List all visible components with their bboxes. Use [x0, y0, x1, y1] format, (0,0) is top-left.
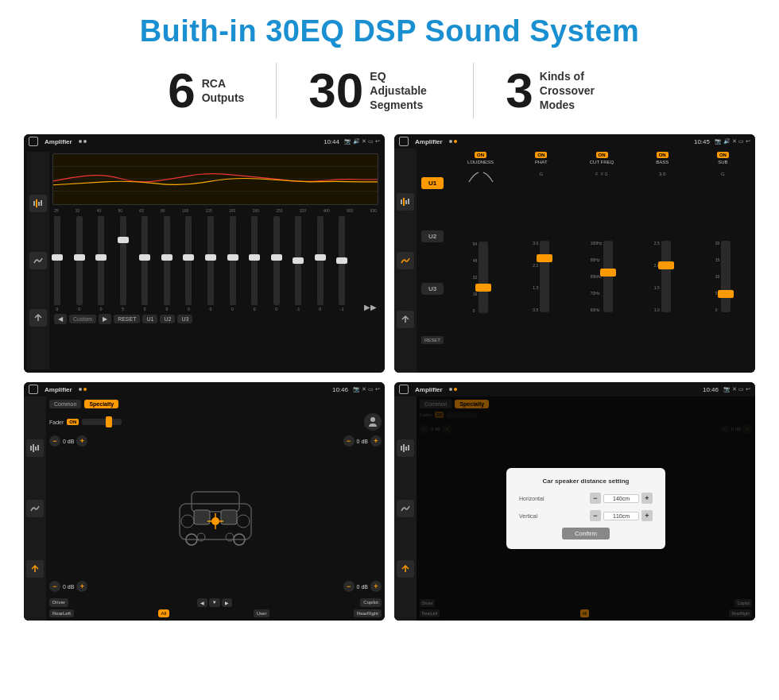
phat-slider-area[interactable]: 3.0 2.1 1.3 0.5: [533, 184, 549, 369]
dist-sb-3[interactable]: [397, 560, 414, 578]
fader-person-icon[interactable]: [364, 413, 382, 431]
svg-rect-13: [35, 447, 37, 451]
xover-sb-1[interactable]: [397, 193, 414, 211]
xover-back-icon[interactable]: ↩: [746, 138, 750, 145]
eq-track-3[interactable]: [98, 216, 104, 305]
eq-track-9[interactable]: [230, 216, 236, 305]
pos-nav-down[interactable]: ▼: [209, 598, 220, 607]
db-minus-lt[interactable]: −: [49, 435, 60, 447]
eq-u3-btn[interactable]: U3: [177, 315, 192, 323]
eq-track-12[interactable]: [295, 216, 301, 305]
loudness-vslider[interactable]: [479, 242, 488, 313]
eq-track-1[interactable]: [54, 216, 60, 305]
xover-u1-btn[interactable]: U1: [421, 177, 444, 189]
pos-user[interactable]: User: [254, 609, 270, 617]
eq-track-11[interactable]: [273, 216, 280, 305]
eq-track-2[interactable]: [76, 216, 83, 305]
eq-sidebar-btn-1[interactable]: [29, 195, 47, 212]
tab-common[interactable]: Common: [49, 400, 81, 408]
fader-sb-2[interactable]: [26, 500, 44, 517]
fader-thumb[interactable]: [106, 416, 112, 427]
cutfreq-slider-area[interactable]: 100Hz 90Hz 80kHz 70Hz 60Hz: [591, 184, 613, 369]
eq-track-7[interactable]: [185, 216, 192, 305]
fader-dot2: [83, 388, 87, 391]
eq-track-8[interactable]: [207, 216, 214, 305]
db-minus-lb[interactable]: −: [49, 581, 60, 592]
loudness-slider-area[interactable]: 64 48 32 16 0: [473, 185, 489, 369]
pos-rearleft[interactable]: RearLeft: [49, 609, 74, 617]
pos-driver[interactable]: Driver: [49, 598, 68, 607]
svg-rect-0: [33, 201, 35, 206]
db-plus-rt[interactable]: +: [370, 435, 382, 447]
eq-next-btn[interactable]: ▶: [99, 314, 111, 324]
db-minus-rt[interactable]: −: [343, 435, 355, 447]
back-icon[interactable]: ↩: [375, 138, 380, 145]
xover-sb-2[interactable]: [397, 252, 414, 269]
eq-prev-btn[interactable]: ◀: [54, 314, 67, 324]
eq-u1-btn[interactable]: U1: [142, 315, 157, 323]
sub-slider-area[interactable]: 20 15 10 5 0: [715, 184, 731, 369]
eq-sidebar-btn-3[interactable]: [29, 309, 47, 327]
pos-nav-left[interactable]: ◀: [197, 598, 207, 607]
pos-nav-right[interactable]: ▶: [222, 598, 232, 607]
dist-sb-1[interactable]: [397, 439, 414, 457]
cutfreq-on[interactable]: ON: [596, 152, 608, 158]
svg-point-22: [211, 517, 219, 525]
fader-sb-3[interactable]: [26, 560, 44, 578]
fader-sb-1[interactable]: [26, 439, 44, 457]
eq-slider-12: -1: [295, 216, 301, 311]
db-plus-lb[interactable]: +: [76, 581, 87, 592]
pos-rearright[interactable]: RearRight: [354, 609, 382, 617]
freq-250: 250: [276, 208, 282, 213]
bass-vslider[interactable]: [661, 241, 671, 312]
eq-track-10[interactable]: [251, 216, 258, 305]
phat-vslider[interactable]: [540, 241, 549, 312]
cutfreq-vslider[interactable]: [603, 241, 613, 312]
fader-camera-icon: 📷: [353, 386, 360, 393]
eq-u2-btn[interactable]: U2: [160, 315, 175, 323]
eq-forward-btn[interactable]: ▶▶: [364, 303, 377, 311]
fader-on-badge[interactable]: ON: [67, 419, 79, 425]
eq-track-6[interactable]: [164, 216, 170, 305]
pos-copilot[interactable]: Copilot: [360, 598, 382, 607]
horizontal-plus-btn[interactable]: +: [641, 493, 653, 504]
fader-back-icon[interactable]: ↩: [375, 386, 380, 393]
db-minus-rb[interactable]: −: [343, 581, 355, 592]
cutfreq-label: CUT FREQ: [590, 160, 614, 164]
horizontal-minus-btn[interactable]: −: [590, 493, 601, 504]
phat-on[interactable]: ON: [535, 152, 547, 158]
db-plus-rb[interactable]: +: [370, 581, 382, 592]
eq-track-4[interactable]: [120, 216, 126, 305]
vertical-plus-btn[interactable]: +: [641, 510, 653, 521]
vertical-minus-btn[interactable]: −: [590, 510, 601, 521]
pos-all[interactable]: All: [158, 609, 170, 617]
home-icon[interactable]: [29, 137, 38, 146]
fader-h-slider[interactable]: [82, 419, 122, 425]
xover-u2-btn[interactable]: U2: [421, 230, 444, 242]
confirm-button[interactable]: Confirm: [562, 528, 610, 540]
db-plus-lt[interactable]: +: [76, 435, 87, 447]
xover-reset-btn[interactable]: RESET: [421, 336, 444, 344]
loudness-on[interactable]: ON: [475, 152, 486, 158]
tab-specialty[interactable]: Specialty: [84, 400, 118, 408]
dist-home-icon[interactable]: [399, 385, 409, 394]
xover-sb-3[interactable]: [397, 311, 414, 328]
bass-slider-area[interactable]: 2.5 2.0 1.5 1.0: [654, 184, 671, 369]
dist-back-icon[interactable]: ↩: [746, 386, 750, 393]
eq-track-5[interactable]: [141, 216, 148, 305]
svg-point-28: [237, 515, 250, 528]
eq-reset-btn[interactable]: RESET: [114, 315, 140, 323]
fader-home-icon[interactable]: [29, 385, 38, 394]
sub-val-labels: 20 15 10 5 0: [715, 241, 720, 312]
eq-track-14[interactable]: [339, 216, 345, 305]
eq-track-13[interactable]: [317, 216, 324, 305]
xover-u3-btn[interactable]: U3: [421, 283, 444, 295]
xover-home-icon[interactable]: [399, 137, 409, 146]
eq-sidebar-btn-2[interactable]: [29, 252, 47, 269]
dist-sb-2[interactable]: [397, 500, 414, 517]
bass-on[interactable]: ON: [657, 152, 669, 158]
db-left-bot: − 0 dB +: [49, 581, 87, 592]
stat-rca: 6 RCAOutputs: [136, 66, 276, 115]
sub-on[interactable]: ON: [717, 152, 729, 158]
sub-vslider[interactable]: [721, 241, 731, 312]
